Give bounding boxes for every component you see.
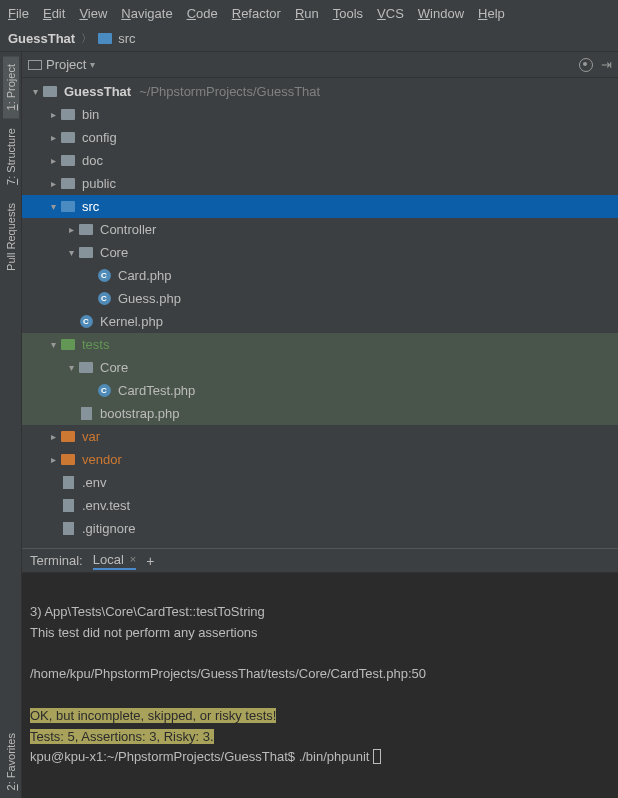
add-terminal-button[interactable]: + — [146, 553, 154, 569]
folder-icon — [60, 200, 76, 214]
breadcrumb-project[interactable]: GuessThat — [8, 31, 75, 46]
menu-view[interactable]: View — [79, 6, 107, 21]
project-tree[interactable]: ▾GuessThat~/PhpstormProjects/GuessThat▸b… — [22, 78, 618, 548]
tree-row[interactable]: .env — [22, 471, 618, 494]
left-tool-tabs: 1: Project7: StructurePull Requests2: Fa… — [0, 52, 22, 798]
tree-item-name: Guess.php — [118, 291, 618, 306]
tree-row[interactable]: ▾tests — [22, 333, 618, 356]
folder-icon — [98, 33, 112, 44]
folder-icon — [78, 246, 94, 260]
tree-row[interactable]: CCardTest.php — [22, 379, 618, 402]
chevron-icon[interactable]: ▸ — [46, 431, 60, 442]
tree-item-name: Card.php — [118, 268, 618, 283]
tree-item-name: .env.test — [82, 498, 618, 513]
chevron-icon[interactable]: ▾ — [64, 247, 78, 258]
tree-item-name: bin — [82, 107, 618, 122]
file-icon — [60, 476, 76, 490]
menu-code[interactable]: Code — [187, 6, 218, 21]
terminal-label: Terminal: — [30, 553, 83, 568]
main-menu: FileEditViewNavigateCodeRefactorRunTools… — [0, 0, 618, 26]
menu-run[interactable]: Run — [295, 6, 319, 21]
file-icon — [60, 499, 76, 513]
tree-row[interactable]: ▸vendor — [22, 448, 618, 471]
tool-tab-project[interactable]: 1: Project — [3, 56, 19, 118]
window-icon[interactable] — [28, 60, 42, 70]
chevron-icon[interactable]: ▾ — [46, 339, 60, 350]
php-file-icon: C — [78, 315, 94, 329]
menu-file[interactable]: File — [8, 6, 29, 21]
tree-row[interactable]: ▸bin — [22, 103, 618, 126]
project-panel-header: Project ▾ ⇥ — [22, 52, 618, 78]
tree-item-name: .gitignore — [82, 521, 618, 536]
terminal-panel: Terminal: Local × + 3) App\Tests\Core\Ca… — [22, 548, 618, 798]
menu-navigate[interactable]: Navigate — [121, 6, 172, 21]
tree-item-name: CardTest.php — [118, 383, 618, 398]
close-icon[interactable]: × — [130, 553, 136, 565]
chevron-icon[interactable]: ▸ — [46, 454, 60, 465]
chevron-icon[interactable]: ▸ — [46, 132, 60, 143]
tree-row[interactable]: ▾src — [22, 195, 618, 218]
terminal-tab-local[interactable]: Local × — [93, 552, 137, 570]
target-icon[interactable] — [579, 58, 593, 72]
php-file-icon: C — [96, 269, 112, 283]
folder-icon — [78, 361, 94, 375]
folder-icon — [60, 177, 76, 191]
tree-item-name: Core — [100, 245, 618, 260]
tree-item-name: Core — [100, 360, 618, 375]
tree-item-name: .env — [82, 475, 618, 490]
tree-row[interactable]: .gitignore — [22, 517, 618, 540]
folder-icon — [60, 108, 76, 122]
tree-row[interactable]: ▸Controller — [22, 218, 618, 241]
tree-item-name: vendor — [82, 452, 618, 467]
menu-window[interactable]: Window — [418, 6, 464, 21]
tree-row[interactable]: .env.test — [22, 494, 618, 517]
php-file-icon: C — [96, 292, 112, 306]
tree-item-name: Kernel.php — [100, 314, 618, 329]
tree-row[interactable]: ▸config — [22, 126, 618, 149]
menu-tools[interactable]: Tools — [333, 6, 363, 21]
tool-tab-pullrequests[interactable]: Pull Requests — [3, 195, 19, 279]
terminal-output[interactable]: 3) App\Tests\Core\CardTest::testToString… — [22, 573, 618, 798]
folder-icon — [42, 85, 58, 99]
file-icon — [60, 522, 76, 536]
tree-row[interactable]: ▾Core — [22, 241, 618, 264]
collapse-icon[interactable]: ⇥ — [601, 57, 612, 72]
menu-vcs[interactable]: VCS — [377, 6, 404, 21]
tree-row[interactable]: ▾GuessThat~/PhpstormProjects/GuessThat — [22, 80, 618, 103]
folder-icon — [60, 131, 76, 145]
dropdown-arrow-icon[interactable]: ▾ — [90, 59, 95, 70]
tree-item-name: doc — [82, 153, 618, 168]
chevron-icon[interactable]: ▸ — [46, 178, 60, 189]
chevron-icon[interactable]: ▾ — [46, 201, 60, 212]
folder-icon — [60, 154, 76, 168]
tree-row[interactable]: CKernel.php — [22, 310, 618, 333]
tree-item-name: tests — [82, 337, 618, 352]
tree-item-name: src — [82, 199, 618, 214]
chevron-icon[interactable]: ▸ — [46, 109, 60, 120]
php-file-icon: C — [96, 384, 112, 398]
tree-row[interactable]: bootstrap.php — [22, 402, 618, 425]
menu-refactor[interactable]: Refactor — [232, 6, 281, 21]
chevron-icon[interactable]: ▸ — [46, 155, 60, 166]
tree-row[interactable]: CGuess.php — [22, 287, 618, 310]
tool-tab-structure[interactable]: 7: Structure — [3, 120, 19, 193]
tree-item-name: bootstrap.php — [100, 406, 618, 421]
folder-icon — [60, 430, 76, 444]
tree-item-name: public — [82, 176, 618, 191]
menu-help[interactable]: Help — [478, 6, 505, 21]
tree-row[interactable]: ▸public — [22, 172, 618, 195]
chevron-icon[interactable]: ▾ — [28, 86, 42, 97]
chevron-icon[interactable]: ▾ — [64, 362, 78, 373]
tree-row[interactable]: ▾Core — [22, 356, 618, 379]
menu-edit[interactable]: Edit — [43, 6, 65, 21]
folder-icon — [78, 223, 94, 237]
project-panel-label[interactable]: Project — [46, 57, 86, 72]
tool-tab-favorites[interactable]: 2: Favorites — [3, 725, 19, 798]
breadcrumb-folder[interactable]: src — [118, 31, 135, 46]
chevron-icon[interactable]: ▸ — [64, 224, 78, 235]
tree-row[interactable]: CCard.php — [22, 264, 618, 287]
tree-row[interactable]: ▸var — [22, 425, 618, 448]
chevron-right-icon: 〉 — [81, 31, 92, 46]
tree-item-name: config — [82, 130, 618, 145]
tree-row[interactable]: ▸doc — [22, 149, 618, 172]
